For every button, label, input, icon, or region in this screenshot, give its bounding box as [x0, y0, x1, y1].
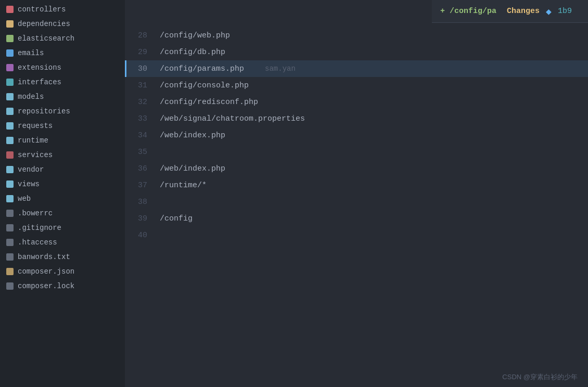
changes-label: Changes: [507, 7, 540, 16]
folder-icon: [6, 6, 14, 13]
line-content: /web/index.php: [158, 131, 225, 140]
sidebar-item-htaccess[interactable]: .htaccess: [0, 235, 125, 250]
sidebar-item-bowerrc[interactable]: .bowerrc: [0, 206, 125, 221]
sidebar-item-runtime[interactable]: runtime: [0, 133, 125, 148]
code-line: 29/config/db.php: [125, 44, 588, 60]
sidebar-item-gitignore[interactable]: .gitignore: [0, 221, 125, 235]
sidebar-item-interfaces[interactable]: interfaces: [0, 75, 125, 89]
folder-icon: [6, 20, 14, 28]
line-number: 36: [126, 164, 158, 173]
sidebar-item-label: vendor: [18, 165, 44, 174]
line-number: 38: [126, 198, 158, 207]
line-number: 28: [126, 31, 158, 40]
sidebar: controllersdependencieselasticsearchemai…: [0, 0, 125, 387]
code-line: 37/runtime/*: [125, 177, 588, 194]
line-number: 31: [126, 81, 158, 90]
sidebar-item-label: requests: [18, 122, 53, 130]
line-content: /config/web.php: [158, 31, 230, 40]
line-extra-info: sam.yan: [265, 64, 296, 73]
sidebar-item-repositories[interactable]: repositories: [0, 104, 125, 119]
sidebar-item-label: services: [18, 151, 53, 159]
code-line: 38: [125, 194, 588, 210]
line-number: 40: [126, 231, 158, 240]
folder-icon: [6, 108, 14, 115]
sidebar-item-label: composer.lock: [18, 282, 74, 290]
sidebar-item-label: elasticsearch: [18, 34, 74, 43]
commit-dot-icon: ◆: [546, 6, 552, 17]
line-content: /web/signal/chatroom.properties: [158, 114, 305, 123]
watermark: CSDN @穿素白衫的少年: [502, 372, 578, 382]
line-number: 29: [126, 48, 158, 57]
sidebar-item-label: runtime: [18, 136, 48, 145]
sidebar-item-composerjson[interactable]: composer.json: [0, 264, 125, 279]
sidebar-item-label: .htaccess: [18, 238, 57, 247]
sidebar-item-dependencies[interactable]: dependencies: [0, 17, 125, 31]
sidebar-item-label: .gitignore: [18, 224, 61, 232]
sidebar-item-controllers[interactable]: controllers: [0, 2, 125, 17]
line-content: /config: [158, 214, 193, 223]
diff-plus-path: + /config/pa: [440, 7, 496, 16]
file-icon: [6, 253, 14, 261]
code-line: 39/config: [125, 210, 588, 227]
folder-icon: [6, 79, 14, 86]
sidebar-item-label: composer.json: [18, 267, 74, 276]
line-number: 30: [126, 64, 158, 73]
sidebar-item-banwordstxt[interactable]: banwords.txt: [0, 250, 125, 264]
line-content: /config/db.php: [158, 48, 225, 57]
line-content: /config/console.php: [158, 81, 249, 90]
line-number: 35: [126, 148, 158, 157]
sidebar-item-label: emails: [18, 49, 44, 57]
line-content: /web/index.php: [158, 164, 225, 173]
commit-hash: 1b9: [558, 7, 572, 16]
code-line: 33/web/signal/chatroom.properties: [125, 110, 588, 127]
sidebar-item-label: repositories: [18, 107, 70, 115]
sidebar-item-label: views: [18, 180, 40, 188]
file-icon: [6, 210, 14, 217]
folder-icon: [6, 180, 14, 188]
code-line: 31/config/console.php: [125, 77, 588, 94]
code-line: 36/web/index.php: [125, 160, 588, 177]
main-editor: + /config/pa Changes ◆ 1b9 28/config/web…: [125, 0, 588, 387]
code-line: 34/web/index.php: [125, 127, 588, 144]
sidebar-item-label: web: [18, 195, 31, 203]
file-icon: [6, 239, 14, 246]
sidebar-item-label: models: [18, 93, 44, 101]
sidebar-item-label: dependencies: [18, 20, 70, 28]
line-content: /config/params.php: [158, 64, 244, 73]
sidebar-item-emails[interactable]: emails: [0, 46, 125, 60]
code-area: 28/config/web.php29/config/db.php30/conf…: [125, 23, 588, 387]
folder-icon: [6, 35, 14, 42]
file-icon: [6, 282, 14, 290]
line-number: 39: [126, 214, 158, 223]
sidebar-item-services[interactable]: services: [0, 148, 125, 162]
line-content: /config/redisconf.php: [158, 98, 258, 107]
file-icon: [6, 64, 14, 71]
sidebar-item-label: extensions: [18, 63, 61, 72]
sidebar-item-elasticsearch[interactable]: elasticsearch: [0, 31, 125, 46]
sidebar-item-label: .bowerrc: [18, 209, 53, 217]
code-line: 30/config/params.phpsam.yan: [125, 60, 588, 77]
folder-icon: [6, 93, 14, 100]
sidebar-item-models[interactable]: models: [0, 89, 125, 104]
line-number: 33: [126, 114, 158, 123]
line-number: 34: [126, 131, 158, 140]
sidebar-item-web[interactable]: web: [0, 191, 125, 206]
sidebar-item-composerlock[interactable]: composer.lock: [0, 279, 125, 293]
folder-icon: [6, 166, 14, 173]
sidebar-item-vendor[interactable]: vendor: [0, 162, 125, 177]
folder-icon: [6, 195, 14, 202]
code-line: 28/config/web.php: [125, 27, 588, 44]
sidebar-item-label: banwords.txt: [18, 253, 70, 261]
sidebar-item-requests[interactable]: requests: [0, 119, 125, 133]
line-number: 37: [126, 181, 158, 190]
sidebar-item-label: controllers: [18, 5, 66, 14]
file-icon: [6, 268, 14, 275]
line-number: 32: [126, 98, 158, 107]
sidebar-item-extensions[interactable]: extensions: [0, 60, 125, 75]
diff-top-bar: + /config/pa Changes ◆ 1b9: [432, 0, 588, 23]
file-icon: [6, 151, 14, 159]
sidebar-item-label: interfaces: [18, 78, 61, 86]
sidebar-item-views[interactable]: views: [0, 177, 125, 191]
code-line: 40: [125, 227, 588, 243]
folder-icon: [6, 122, 14, 130]
